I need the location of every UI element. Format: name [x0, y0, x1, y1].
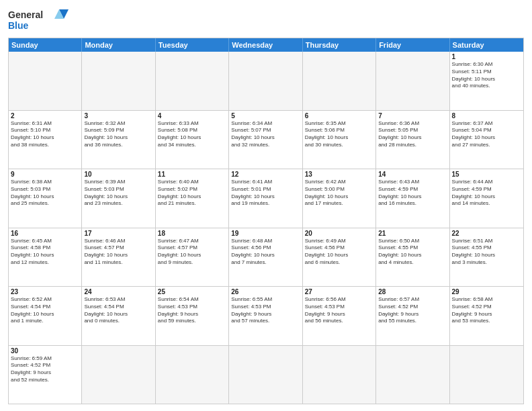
calendar-cell	[229, 52, 302, 110]
calendar-cell: 8Sunrise: 6:37 AM Sunset: 5:04 PM Daylig…	[450, 111, 523, 169]
day-content: Sunrise: 6:50 AM Sunset: 4:55 PM Dayligh…	[378, 238, 447, 267]
calendar-cell: 16Sunrise: 6:45 AM Sunset: 4:58 PM Dayli…	[9, 228, 82, 287]
day-content: Sunrise: 6:39 AM Sunset: 5:03 PM Dayligh…	[84, 179, 152, 208]
calendar-cell: 18Sunrise: 6:47 AM Sunset: 4:57 PM Dayli…	[156, 228, 229, 287]
calendar-cell: 2Sunrise: 6:31 AM Sunset: 5:10 PM Daylig…	[9, 111, 82, 169]
day-content: Sunrise: 6:34 AM Sunset: 5:07 PM Dayligh…	[231, 120, 300, 149]
day-content: Sunrise: 6:48 AM Sunset: 4:56 PM Dayligh…	[231, 238, 300, 267]
calendar-cell: 3Sunrise: 6:32 AM Sunset: 5:09 PM Daylig…	[82, 111, 155, 169]
day-number: 15	[452, 171, 521, 178]
calendar-cell: 10Sunrise: 6:39 AM Sunset: 5:03 PM Dayli…	[82, 169, 155, 228]
weekday-header: Monday	[82, 38, 155, 52]
calendar-cell: 26Sunrise: 6:55 AM Sunset: 4:53 PM Dayli…	[229, 287, 302, 345]
day-content: Sunrise: 6:59 AM Sunset: 4:52 PM Dayligh…	[11, 355, 79, 384]
svg-text:Blue: Blue	[8, 20, 29, 31]
day-number: 9	[11, 171, 79, 178]
day-number: 14	[378, 171, 447, 178]
calendar-cell: 24Sunrise: 6:53 AM Sunset: 4:54 PM Dayli…	[82, 287, 155, 345]
calendar-cell	[229, 346, 302, 404]
day-number: 2	[11, 112, 79, 120]
day-content: Sunrise: 6:43 AM Sunset: 4:59 PM Dayligh…	[378, 179, 447, 208]
day-content: Sunrise: 6:46 AM Sunset: 4:57 PM Dayligh…	[84, 238, 152, 267]
calendar: SundayMondayTuesdayWednesdayThursdayFrid…	[8, 38, 524, 404]
day-number: 10	[84, 171, 152, 178]
page: General Blue SundayMondayTuesdayWednesda…	[0, 0, 532, 411]
day-number: 1	[452, 53, 521, 60]
calendar-cell	[376, 52, 449, 110]
calendar-cell: 17Sunrise: 6:46 AM Sunset: 4:57 PM Dayli…	[82, 228, 155, 287]
day-content: Sunrise: 6:30 AM Sunset: 5:11 PM Dayligh…	[452, 61, 521, 90]
day-content: Sunrise: 6:45 AM Sunset: 4:58 PM Dayligh…	[11, 238, 79, 267]
calendar-cell: 1Sunrise: 6:30 AM Sunset: 5:11 PM Daylig…	[450, 52, 523, 110]
calendar-cell: 6Sunrise: 6:35 AM Sunset: 5:06 PM Daylig…	[303, 111, 376, 169]
calendar-cell: 12Sunrise: 6:41 AM Sunset: 5:01 PM Dayli…	[229, 169, 302, 228]
day-content: Sunrise: 6:55 AM Sunset: 4:53 PM Dayligh…	[231, 296, 300, 325]
calendar-cell	[156, 52, 229, 110]
calendar-cell: 23Sunrise: 6:52 AM Sunset: 4:54 PM Dayli…	[9, 287, 82, 345]
logo-icon: General Blue	[8, 7, 69, 34]
calendar-cell	[82, 346, 155, 404]
day-number: 19	[231, 230, 300, 237]
day-content: Sunrise: 6:51 AM Sunset: 4:55 PM Dayligh…	[452, 238, 521, 267]
calendar-cell: 25Sunrise: 6:54 AM Sunset: 4:53 PM Dayli…	[156, 287, 229, 345]
calendar-row: 9Sunrise: 6:38 AM Sunset: 5:03 PM Daylig…	[9, 169, 523, 228]
day-content: Sunrise: 6:40 AM Sunset: 5:02 PM Dayligh…	[158, 179, 226, 208]
day-content: Sunrise: 6:52 AM Sunset: 4:54 PM Dayligh…	[11, 296, 79, 325]
calendar-cell: 30Sunrise: 6:59 AM Sunset: 4:52 PM Dayli…	[9, 346, 82, 404]
day-number: 18	[158, 230, 226, 237]
day-content: Sunrise: 6:33 AM Sunset: 5:08 PM Dayligh…	[158, 120, 226, 149]
calendar-cell: 7Sunrise: 6:36 AM Sunset: 5:05 PM Daylig…	[376, 111, 449, 169]
day-content: Sunrise: 6:36 AM Sunset: 5:05 PM Dayligh…	[378, 120, 447, 149]
logo: General Blue	[8, 7, 69, 34]
calendar-body: 1Sunrise: 6:30 AM Sunset: 5:11 PM Daylig…	[9, 52, 523, 404]
calendar-row: 16Sunrise: 6:45 AM Sunset: 4:58 PM Dayli…	[9, 228, 523, 287]
day-content: Sunrise: 6:58 AM Sunset: 4:52 PM Dayligh…	[452, 296, 521, 325]
calendar-cell	[376, 346, 449, 404]
day-number: 30	[11, 347, 79, 355]
calendar-cell: 28Sunrise: 6:57 AM Sunset: 4:52 PM Dayli…	[376, 287, 449, 345]
day-content: Sunrise: 6:54 AM Sunset: 4:53 PM Dayligh…	[158, 296, 226, 325]
day-content: Sunrise: 6:37 AM Sunset: 5:04 PM Dayligh…	[452, 120, 521, 149]
calendar-cell	[450, 346, 523, 404]
calendar-cell: 9Sunrise: 6:38 AM Sunset: 5:03 PM Daylig…	[9, 169, 82, 228]
calendar-cell: 15Sunrise: 6:44 AM Sunset: 4:59 PM Dayli…	[450, 169, 523, 228]
calendar-row: 23Sunrise: 6:52 AM Sunset: 4:54 PM Dayli…	[9, 287, 523, 346]
day-number: 17	[84, 230, 152, 237]
day-number: 24	[84, 288, 152, 295]
calendar-cell	[303, 346, 376, 404]
calendar-row: 30Sunrise: 6:59 AM Sunset: 4:52 PM Dayli…	[9, 346, 523, 404]
calendar-header: SundayMondayTuesdayWednesdayThursdayFrid…	[9, 38, 523, 52]
day-content: Sunrise: 6:32 AM Sunset: 5:09 PM Dayligh…	[84, 120, 152, 149]
day-number: 16	[11, 230, 79, 237]
day-content: Sunrise: 6:47 AM Sunset: 4:57 PM Dayligh…	[158, 238, 226, 267]
day-content: Sunrise: 6:44 AM Sunset: 4:59 PM Dayligh…	[452, 179, 521, 208]
day-number: 7	[378, 112, 447, 120]
day-number: 20	[305, 230, 373, 237]
day-number: 26	[231, 288, 300, 295]
day-content: Sunrise: 6:49 AM Sunset: 4:56 PM Dayligh…	[305, 238, 373, 267]
weekday-header: Tuesday	[156, 38, 229, 52]
day-number: 11	[158, 171, 226, 178]
day-content: Sunrise: 6:53 AM Sunset: 4:54 PM Dayligh…	[84, 296, 152, 325]
day-number: 28	[378, 288, 447, 295]
day-number: 22	[452, 230, 521, 237]
weekday-header: Wednesday	[229, 38, 302, 52]
day-content: Sunrise: 6:38 AM Sunset: 5:03 PM Dayligh…	[11, 179, 79, 208]
calendar-cell: 4Sunrise: 6:33 AM Sunset: 5:08 PM Daylig…	[156, 111, 229, 169]
day-number: 23	[11, 288, 79, 295]
day-number: 8	[452, 112, 521, 120]
calendar-cell: 13Sunrise: 6:42 AM Sunset: 5:00 PM Dayli…	[303, 169, 376, 228]
day-number: 27	[305, 288, 373, 295]
calendar-row: 2Sunrise: 6:31 AM Sunset: 5:10 PM Daylig…	[9, 111, 523, 170]
calendar-row: 1Sunrise: 6:30 AM Sunset: 5:11 PM Daylig…	[9, 52, 523, 111]
calendar-cell: 21Sunrise: 6:50 AM Sunset: 4:55 PM Dayli…	[376, 228, 449, 287]
calendar-cell: 14Sunrise: 6:43 AM Sunset: 4:59 PM Dayli…	[376, 169, 449, 228]
day-number: 4	[158, 112, 226, 120]
day-number: 29	[452, 288, 521, 295]
calendar-cell: 5Sunrise: 6:34 AM Sunset: 5:07 PM Daylig…	[229, 111, 302, 169]
day-number: 3	[84, 112, 152, 120]
calendar-cell	[9, 52, 82, 110]
weekday-header: Friday	[376, 38, 449, 52]
day-content: Sunrise: 6:35 AM Sunset: 5:06 PM Dayligh…	[305, 120, 373, 149]
day-number: 5	[231, 112, 300, 120]
